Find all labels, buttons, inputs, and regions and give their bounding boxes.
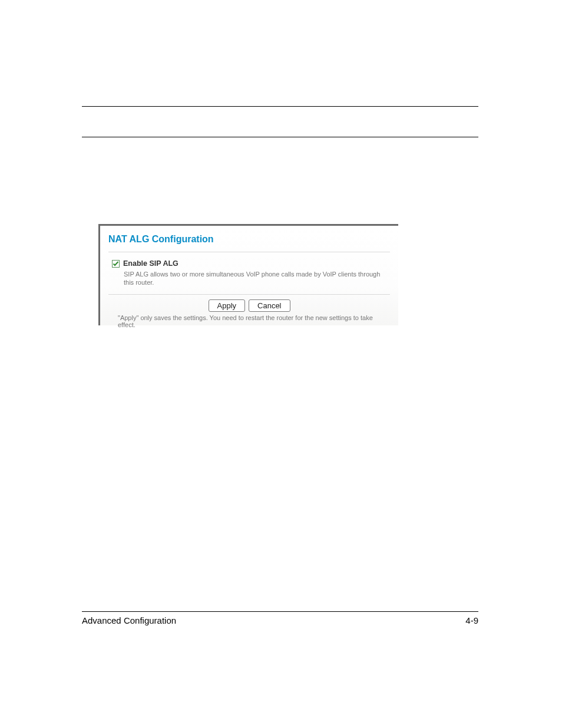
apply-button[interactable]: Apply (209, 299, 246, 312)
footer-rule (82, 611, 478, 612)
enable-sip-alg-label: Enable SIP ALG (123, 259, 178, 268)
enable-sip-alg-checkbox[interactable] (112, 260, 120, 268)
option-description: SIP ALG allows two or more simultaneous … (112, 268, 388, 287)
button-row: Apply Cancel (108, 295, 390, 312)
footer-section-title: Advanced Configuration (82, 615, 176, 625)
nat-alg-panel: NAT ALG Configuration Enable SIP ALG SIP… (98, 224, 398, 325)
cancel-button[interactable]: Cancel (249, 299, 290, 312)
page-footer: Advanced Configuration 4-9 (82, 615, 478, 625)
apply-note: "Apply" only saves the settings. You nee… (108, 312, 390, 328)
footer-page-number: 4-9 (465, 615, 478, 625)
checkmark-icon (113, 261, 119, 267)
option-block: Enable SIP ALG SIP ALG allows two or mor… (108, 252, 390, 295)
panel-title: NAT ALG Configuration (108, 232, 390, 252)
document-page: NAT ALG Configuration Enable SIP ALG SIP… (0, 0, 562, 728)
header-rule-bottom (82, 137, 478, 137)
header-rule-top (82, 106, 478, 107)
